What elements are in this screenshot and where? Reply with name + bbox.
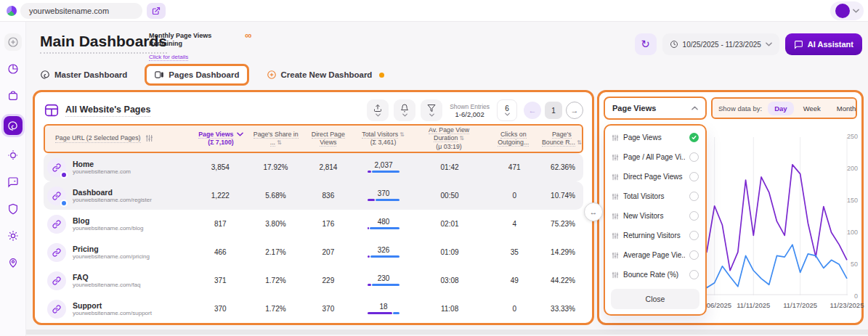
column-bounce-rate[interactable]: Page's Bounce R...⇅	[542, 131, 582, 147]
page-name: FAQ	[73, 273, 140, 282]
metric-option[interactable]: Page / All Page Vi...	[605, 147, 705, 167]
metric-select[interactable]: Page Views	[604, 97, 707, 120]
total-visitors-value: 480	[354, 218, 413, 231]
column-pages-share[interactable]: Page's Share in ...⇅	[249, 131, 303, 147]
page-url: yourwebsitename.com	[73, 168, 131, 175]
sidebar-item-dashboards-active[interactable]	[1, 114, 25, 137]
tab-master-dashboard[interactable]: Master Dashboard	[40, 70, 127, 80]
table-title: All Website's Pages	[65, 105, 150, 117]
column-total-visitors[interactable]: Total Visitors⇅(Σ 3,461)	[354, 131, 413, 147]
prev-page-button[interactable]: ←	[524, 102, 541, 119]
infinity-value: ∞	[245, 32, 251, 39]
shown-entries-label: Shown Entries	[450, 103, 490, 110]
duration-value: 03:08	[413, 276, 486, 284]
column-direct-page-views[interactable]: Direct Page Views	[303, 131, 354, 147]
panel-resize-button[interactable]: ↔	[584, 202, 603, 221]
table-row[interactable]: Pricingyourwebsitename.com/pricing4662.1…	[44, 238, 583, 266]
page-views-value: 371	[192, 276, 248, 284]
bounce-value: 14.29%	[543, 248, 583, 256]
table-row[interactable]: Supportyourwebsitename.com/support3701.7…	[44, 295, 583, 323]
metric-option[interactable]: Average Page Vie...	[605, 245, 705, 265]
quota-label: Monthly Page Views Remaining	[149, 32, 235, 49]
range-day-button[interactable]: Day	[768, 102, 793, 115]
page-url-cell: FAQyourwebsitename.com/faq	[44, 271, 192, 290]
drag-handle-icon	[612, 213, 619, 220]
export-button[interactable]	[367, 99, 389, 121]
column-avg-duration[interactable]: Av. Page View Duration⇅(μ 03:19)	[413, 126, 485, 151]
chat-icon	[794, 40, 803, 49]
link-icon	[47, 158, 66, 177]
sidebar-item-locations[interactable]	[4, 254, 22, 271]
metric-dropdown: Page ViewsPage / All Page Vi...Direct Pa…	[604, 124, 707, 316]
filter-button[interactable]	[421, 99, 442, 121]
page-views-value: 817	[192, 220, 248, 228]
metric-option[interactable]: Bounce Rate (%)	[605, 265, 705, 284]
arrow-right-icon: →	[571, 107, 579, 115]
table-row[interactable]: Dashboardyourwebsitename.com/register1,2…	[44, 181, 583, 210]
page-views-value: 466	[192, 248, 248, 256]
site-name-pill[interactable]: yourwebsitename.com	[20, 3, 142, 19]
column-settings-icon[interactable]	[145, 134, 153, 142]
tab-create-new-dashboard[interactable]: Create New Dashboard	[267, 70, 385, 80]
sidebar-item-products[interactable]	[4, 87, 22, 105]
user-menu[interactable]	[830, 1, 864, 20]
page-size-select[interactable]: 6	[497, 99, 517, 121]
page-url: yourwebsitename.com/blog	[73, 225, 143, 231]
site-favicon	[7, 6, 17, 16]
open-external-button[interactable]	[147, 3, 166, 19]
table-row[interactable]: Blogyourwebsitename.com/blog8173.80%1764…	[44, 210, 583, 238]
page-url-cell: Homeyourwebsitename.com	[44, 158, 192, 177]
metric-option[interactable]: Total Visitors	[605, 187, 705, 206]
table-row[interactable]: FAQyourwebsitename.com/faq3711.72%229230…	[44, 266, 583, 295]
metric-option[interactable]: Direct Page Views	[605, 167, 705, 187]
series-color-dot	[60, 200, 68, 207]
spiral-icon	[40, 70, 50, 80]
show-data-by-toolbar: Show data by: Day Week Month Year	[711, 97, 857, 119]
column-outgoing-clicks[interactable]: Clicks on Outgoing...	[485, 131, 542, 147]
direct-views-value: 836	[303, 192, 354, 200]
sidebar-item-settings[interactable]	[4, 227, 22, 245]
chevron-down-icon	[853, 9, 859, 13]
table-grid-icon[interactable]	[44, 102, 60, 118]
range-month-button[interactable]: Month	[830, 102, 862, 115]
sort-icon: ⇅	[277, 139, 282, 146]
metric-option[interactable]: Returning Visitors	[605, 226, 705, 245]
visitors-split-bar	[368, 312, 399, 314]
chart-card: 250200150100500 10/25/202510/31/202511/0…	[597, 90, 864, 325]
bag-icon	[7, 90, 19, 102]
bounce-value: 10.74%	[543, 192, 583, 200]
sidebar-item-analytics[interactable]	[4, 60, 22, 78]
radio-unselected	[689, 231, 699, 240]
range-year-button[interactable]: Year	[865, 102, 868, 115]
sidebar-item-privacy[interactable]	[4, 200, 22, 218]
table-row[interactable]: Homeyourwebsitename.com3,85417.92%2,8142…	[44, 153, 583, 181]
sidebar-item-tracking[interactable]	[4, 147, 22, 164]
quota-details-link[interactable]: Click for details	[149, 54, 188, 61]
series-color-dot	[60, 171, 68, 179]
metric-option[interactable]: New Visitors	[605, 206, 705, 226]
column-page-views[interactable]: Page Views (Σ 7,100)	[192, 131, 249, 147]
ai-assistant-button[interactable]: AI Assistant	[785, 33, 862, 55]
duration-value: 01:09	[413, 248, 486, 256]
current-page: 1	[545, 102, 562, 119]
chevron-down-icon	[766, 42, 772, 46]
page-name: Support	[73, 301, 152, 311]
metric-option[interactable]: Page Views	[605, 128, 705, 147]
visitors-split-bar	[368, 284, 399, 286]
dropdown-close-button[interactable]: Close	[611, 289, 699, 309]
clicks-value: 49	[486, 276, 543, 284]
alerts-button[interactable]	[394, 99, 415, 121]
plus-circle-icon	[267, 70, 277, 80]
tab-pages-dashboard[interactable]: Pages Dashboard	[145, 64, 248, 86]
refresh-button[interactable]: ↻	[635, 33, 657, 55]
share-value: 3.80%	[248, 220, 302, 228]
page-url: yourwebsitename.com/support	[73, 310, 152, 316]
date-range-picker[interactable]: 10/25/2025 - 11/23/2025	[662, 33, 779, 55]
duration-value: 01:42	[413, 163, 486, 171]
sidebar-item-messages[interactable]	[4, 173, 22, 191]
range-week-button[interactable]: Week	[797, 102, 827, 115]
sidebar-item-add[interactable]	[4, 33, 22, 51]
circle-plus-icon	[7, 36, 19, 48]
next-page-button[interactable]: →	[566, 102, 583, 119]
column-page-url[interactable]: Page URL (2 Selected Pages)	[45, 134, 192, 143]
